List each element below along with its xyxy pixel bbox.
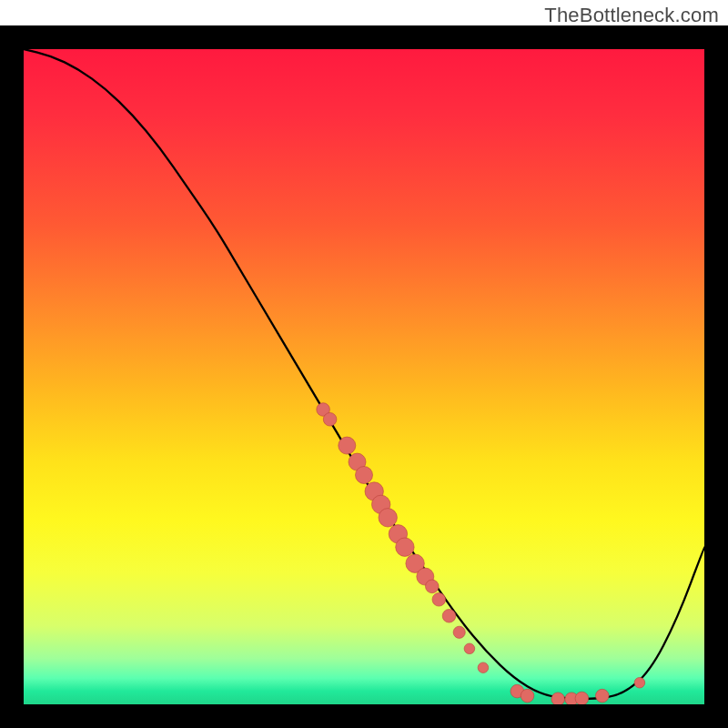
data-markers <box>317 403 645 704</box>
data-marker <box>575 692 589 704</box>
chart-stage: TheBottleneck.com <box>0 0 728 728</box>
watermark-text: TheBottleneck.com <box>544 4 719 27</box>
chart-svg <box>24 49 704 704</box>
data-marker <box>339 437 356 454</box>
plot-area <box>24 49 704 704</box>
data-marker <box>596 689 610 703</box>
bottleneck-curve <box>24 49 704 699</box>
data-marker <box>478 662 489 673</box>
data-marker <box>432 593 446 607</box>
chart-frame <box>0 25 728 728</box>
data-marker <box>396 538 414 556</box>
data-marker <box>453 626 465 638</box>
data-marker <box>426 580 440 593</box>
data-marker <box>551 693 565 704</box>
data-marker <box>521 689 534 703</box>
data-marker <box>356 467 373 484</box>
data-marker <box>442 610 456 623</box>
data-marker <box>323 413 337 427</box>
data-marker <box>379 509 397 527</box>
data-marker <box>464 643 475 654</box>
data-marker <box>634 677 645 688</box>
